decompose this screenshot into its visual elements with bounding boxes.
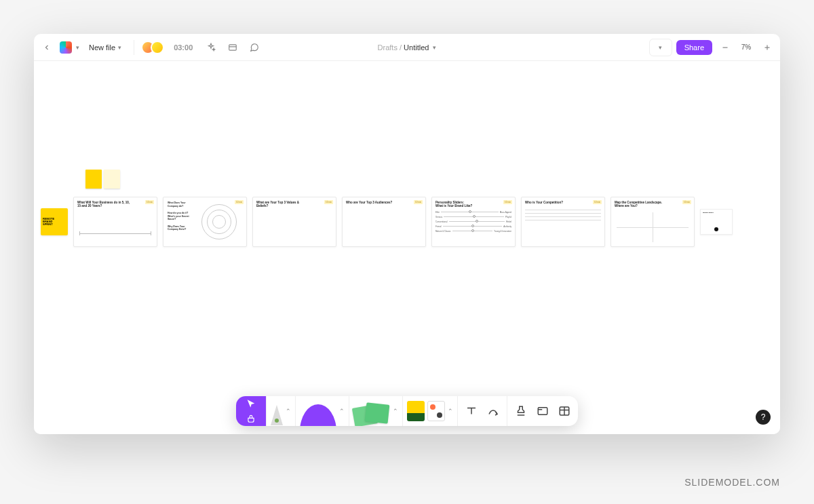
bullseye-diagram <box>201 204 237 239</box>
new-file-button[interactable]: New file ▾ <box>83 41 127 54</box>
sticky-note[interactable] <box>85 170 102 189</box>
chevron-up-icon[interactable]: ⌃ <box>339 408 345 414</box>
time-badge: 10 min <box>414 200 423 204</box>
help-button[interactable]: ? <box>756 410 771 425</box>
breadcrumb-sep: / <box>400 43 402 52</box>
dot-icon <box>714 227 718 231</box>
chevron-up-icon[interactable]: ⌃ <box>286 408 291 414</box>
sticky-tool[interactable]: ⌃ <box>349 396 402 426</box>
svg-rect-6 <box>538 408 547 415</box>
share-label: Share <box>684 43 704 52</box>
template-thumbs <box>407 401 445 421</box>
frame-title: What Will Your Business do in 5, 10, 15 … <box>77 201 130 208</box>
quadrant-chart <box>617 212 689 242</box>
slider-row: SeriousPlayful <box>435 216 511 218</box>
frame-questions: What Does Your Company do? How do you do… <box>168 201 196 231</box>
breadcrumb-parent: Drafts <box>378 43 398 52</box>
slider-row: Mature & ClassicYoung & Innovative <box>435 230 511 233</box>
timer-value: 03:00 <box>174 43 193 52</box>
breadcrumb-current: Untitled <box>404 43 429 52</box>
select-tool[interactable] <box>236 396 266 426</box>
frame-title: What are Your Top 3 Values & Beliefs? <box>256 201 309 208</box>
time-badge: 10 min <box>324 200 333 204</box>
app-window: ▾ New file ▾ 03:00 <box>34 34 780 434</box>
zoom-level[interactable]: 7% <box>738 43 754 51</box>
slider-row: FriendAuthority <box>435 225 511 228</box>
chevron-up-icon[interactable]: ⌃ <box>393 408 398 414</box>
connector-tool[interactable] <box>484 405 503 417</box>
shape-tool[interactable]: ⌃ <box>295 396 349 426</box>
stamp-tool[interactable] <box>511 405 530 417</box>
time-badge: 10 min <box>145 200 154 204</box>
timer-button[interactable]: 03:00 <box>168 42 198 53</box>
frame-title: Personality Sliders:What is Your Brand L… <box>435 201 488 208</box>
help-label: ? <box>761 412 766 422</box>
board-content: REMOTE BRAND SPRINT What Will Your Busin… <box>41 197 733 247</box>
timeline-axis <box>79 233 151 234</box>
frame-title: What's Next? <box>703 212 714 214</box>
section-tool[interactable] <box>533 405 552 417</box>
sections-button[interactable] <box>224 39 241 56</box>
frame-roadmap[interactable]: What Will Your Business do in 5, 10, 15 … <box>73 197 157 247</box>
text-tool[interactable] <box>462 405 481 417</box>
slider-row: ConventionalRebel <box>435 220 511 223</box>
frame-whats-next[interactable]: What's Next? <box>700 209 733 235</box>
new-file-label: New file <box>89 43 115 52</box>
time-badge: 10 min <box>503 200 512 204</box>
divider <box>134 40 134 55</box>
chevron-down-icon: ▾ <box>118 44 121 51</box>
pencil-icon <box>271 405 283 425</box>
chevron-down-icon[interactable]: ▾ <box>433 44 436 51</box>
canvas[interactable]: REMOTE BRAND SPRINT What Will Your Busin… <box>34 61 780 434</box>
templates-tool[interactable]: ⌃ <box>402 396 457 426</box>
time-badge: 10 min <box>593 200 602 204</box>
svg-rect-0 <box>229 44 237 50</box>
collaborator-avatars[interactable] <box>141 41 164 54</box>
cover-line: SPRINT <box>43 223 66 226</box>
frame-personality-sliders[interactable]: Personality Sliders:What is Your Brand L… <box>431 197 516 247</box>
time-badge: 10 min <box>682 200 691 204</box>
back-button[interactable] <box>38 39 56 56</box>
present-dropdown[interactable]: ▾ <box>649 39 672 56</box>
ai-sparkle-button[interactable] <box>202 39 220 56</box>
watermark: SLIDEMODEL.COM <box>684 477 780 488</box>
chevron-up-icon[interactable]: ⌃ <box>448 408 453 414</box>
frame-cover[interactable]: REMOTE BRAND SPRINT <box>41 208 68 235</box>
share-button[interactable]: Share <box>676 40 712 55</box>
frame-values[interactable]: What are Your Top 3 Values & Beliefs? 10… <box>252 197 336 247</box>
sticky-group[interactable] <box>85 170 120 189</box>
frame-competitive-landscape[interactable]: Map the Competitive Landscape. Where are… <box>610 197 695 247</box>
shape-icon <box>300 404 336 426</box>
logo-chevron-icon[interactable]: ▾ <box>76 44 79 51</box>
comment-button[interactable] <box>246 39 263 56</box>
sticky-note[interactable] <box>104 170 120 189</box>
frame-title: Who are Your Top 3 Audiences? <box>346 201 399 204</box>
top-bar: ▾ New file ▾ 03:00 <box>34 34 780 61</box>
frame-title: Who is Your Competition? <box>525 201 578 204</box>
frame-what-how-why[interactable]: 10 min What Does Your Company do? How do… <box>163 197 247 247</box>
tool-tray: ⌃ ⌃ ⌃ ⌃ <box>236 396 578 426</box>
zoom-in-button[interactable] <box>758 39 776 56</box>
frame-title: Map the Competitive Landscape. Where are… <box>615 201 667 208</box>
slider-row: EliteMass Appeal <box>435 211 511 214</box>
figjam-logo-icon[interactable] <box>60 41 72 54</box>
breadcrumb[interactable]: Drafts / Untitled ▾ <box>378 43 437 52</box>
frame-competition[interactable]: Who is Your Competition? 10 min <box>521 197 605 247</box>
table-tool[interactable] <box>555 405 574 417</box>
avatar <box>151 41 164 54</box>
zoom-out-button[interactable] <box>716 39 734 56</box>
sticky-icon <box>353 402 390 426</box>
marker-tool[interactable]: ⌃ <box>266 396 295 426</box>
frame-audiences[interactable]: Who are Your Top 3 Audiences? 10 min <box>342 197 426 247</box>
